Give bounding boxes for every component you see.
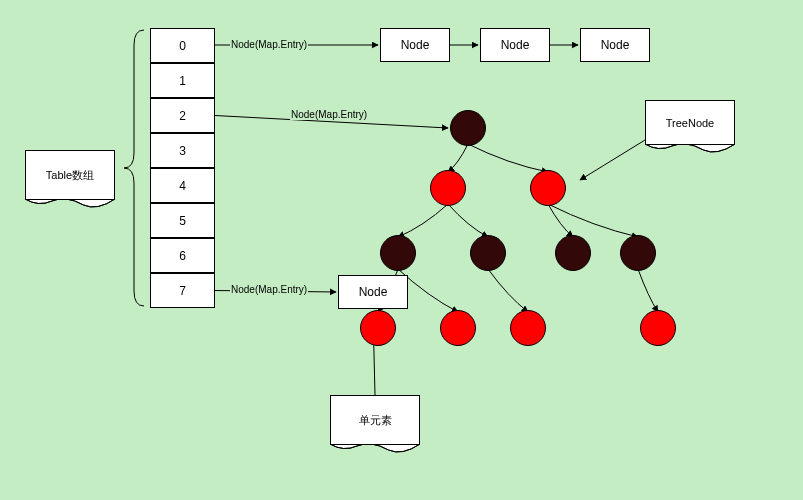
array-cell-7-text: 7 <box>179 284 186 298</box>
chain0-node-1-text: Node <box>501 38 530 52</box>
tree-l3b <box>440 310 476 346</box>
array-cell-1-text: 1 <box>179 74 186 88</box>
tree-l3a <box>360 310 396 346</box>
array-cell-7: 7 <box>150 273 215 308</box>
note-table-array-text: Table数组 <box>46 168 94 183</box>
tree-l2d <box>620 235 656 271</box>
tree-l2c <box>555 235 591 271</box>
svg-line-6 <box>580 140 645 180</box>
array-cell-1: 1 <box>150 63 215 98</box>
tree-l2a <box>380 235 416 271</box>
chain0-node-2-text: Node <box>601 38 630 52</box>
note-table-array: Table数组 <box>25 150 115 200</box>
array-cell-4: 4 <box>150 168 215 203</box>
array-cell-6: 6 <box>150 238 215 273</box>
label-entry-2: Node(Map.Entry) <box>290 109 368 120</box>
bucket7-node-text: Node <box>359 285 388 299</box>
array-cell-6-text: 6 <box>179 249 186 263</box>
chain0-node-0-text: Node <box>401 38 430 52</box>
note-treenode: TreeNode <box>645 100 735 145</box>
chain0-node-0: Node <box>380 28 450 62</box>
array-cell-0-text: 0 <box>179 39 186 53</box>
chain0-node-2: Node <box>580 28 650 62</box>
array-cell-2: 2 <box>150 98 215 133</box>
label-entry-0: Node(Map.Entry) <box>230 39 308 50</box>
note-single-text: 单元素 <box>359 413 392 428</box>
note-treenode-text: TreeNode <box>666 117 715 129</box>
tree-l1a <box>430 170 466 206</box>
array-cell-0: 0 <box>150 28 215 63</box>
array-cell-5-text: 5 <box>179 214 186 228</box>
tree-l2b <box>470 235 506 271</box>
array-cell-5: 5 <box>150 203 215 238</box>
note-single: 单元素 <box>330 395 420 445</box>
array-cell-3: 3 <box>150 133 215 168</box>
array-cell-3-text: 3 <box>179 144 186 158</box>
array-cell-2-text: 2 <box>179 109 186 123</box>
tree-l3d <box>640 310 676 346</box>
tree-l3c <box>510 310 546 346</box>
tree-l1b <box>530 170 566 206</box>
chain0-node-1: Node <box>480 28 550 62</box>
array-cell-4-text: 4 <box>179 179 186 193</box>
tree-root <box>450 110 486 146</box>
bucket7-node: Node <box>338 275 408 309</box>
label-entry-7: Node(Map.Entry) <box>230 284 308 295</box>
